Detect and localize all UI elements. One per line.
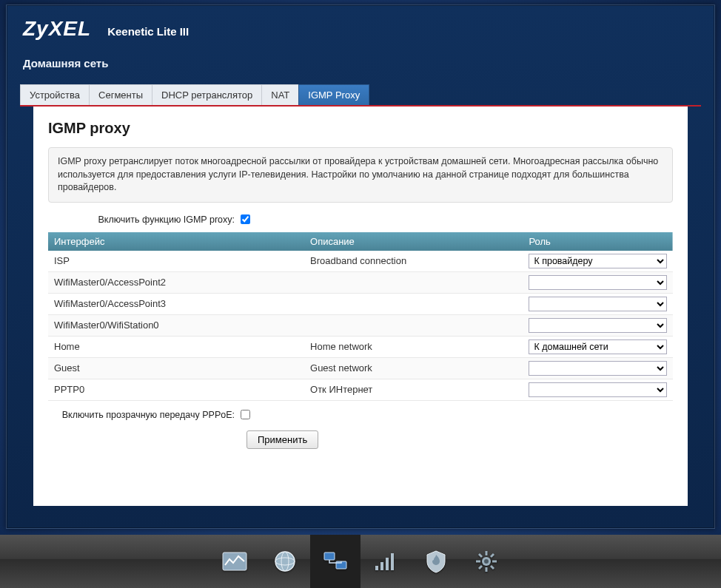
role-select[interactable]: К провайдеруК домашней сети [529, 254, 667, 268]
content-panel: IGMP proxy IGMP proxy ретранслирует пото… [33, 107, 688, 506]
cell-description [304, 293, 523, 314]
svg-rect-8 [386, 558, 389, 570]
cell-interface: Guest [48, 357, 304, 379]
header: ZyXEL Keenetic Lite III Домашняя сеть [7, 5, 714, 75]
info-box: IGMP proxy ретранслирует поток многоадре… [48, 147, 673, 203]
bottom-dock [0, 535, 721, 588]
cell-description: Отк ИНтернет [304, 379, 523, 400]
network-icon[interactable] [310, 535, 360, 588]
tab-nat[interactable]: NAT [261, 84, 299, 105]
cell-interface: WifiMaster0/WifiStation0 [48, 314, 304, 336]
cell-role: К провайдеруК домашней сети [523, 293, 673, 314]
enable-igmp-checkbox[interactable] [241, 214, 250, 224]
settings-icon[interactable] [461, 535, 512, 588]
svg-line-16 [491, 566, 494, 569]
svg-rect-9 [391, 553, 394, 570]
role-select[interactable]: К провайдеруК домашней сети [529, 297, 667, 311]
svg-rect-4 [324, 552, 335, 560]
page-title: IGMP proxy [48, 120, 673, 137]
col-description: Описание [304, 232, 523, 251]
cell-description: Broadband connection [304, 251, 523, 272]
table-row: PPTP0Отк ИНтернетК провайдеруК домашней … [48, 379, 673, 400]
svg-line-18 [479, 566, 482, 569]
main-frame: ZyXEL Keenetic Lite III Домашняя сеть Ус… [6, 4, 715, 529]
col-role: Роль [523, 232, 673, 251]
role-select[interactable]: К провайдеруК домашней сети [529, 318, 667, 333]
cell-interface: PPTP0 [48, 379, 304, 400]
cell-interface: ISP [48, 251, 304, 272]
table-row: WifiMaster0/AccessPoint2К провайдеруК до… [48, 271, 673, 293]
svg-rect-7 [380, 562, 383, 570]
cell-interface: Home [48, 336, 304, 357]
tab-устройства[interactable]: Устройства [20, 84, 90, 105]
apply-button[interactable]: Применить [247, 430, 318, 449]
cell-role: К провайдеруК домашней сети [523, 379, 673, 400]
cell-interface: WifiMaster0/AccessPoint3 [48, 293, 304, 314]
pppoe-row: Включить прозрачную передачу PPPoE: [48, 410, 673, 420]
cell-role: К провайдеруК домашней сети [523, 251, 673, 272]
cell-role: К провайдеруК домашней сети [523, 271, 673, 293]
svg-point-19 [484, 559, 489, 564]
status-icon[interactable] [209, 535, 260, 588]
col-interface: Интерфейс [48, 232, 304, 251]
device-model: Keenetic Lite III [107, 25, 189, 38]
globe-icon[interactable] [260, 535, 310, 588]
role-select[interactable]: К провайдеруК домашней сети [529, 361, 667, 376]
cell-role: К провайдеруК домашней сети [523, 314, 673, 336]
cell-description [304, 271, 523, 293]
cell-role: К провайдеруК домашней сети [523, 357, 673, 379]
svg-rect-6 [375, 566, 378, 570]
table-row: GuestGuest networkК провайдеруК домашней… [48, 357, 673, 379]
table-row: WifiMaster0/WifiStation0К провайдеруК до… [48, 314, 673, 336]
cell-role: К провайдеруК домашней сети [523, 336, 673, 357]
table-row: HomeHome networkК провайдеруК домашней с… [48, 336, 673, 357]
enable-igmp-label: Включить функцию IGMP proxy: [48, 214, 241, 225]
svg-line-17 [491, 554, 494, 557]
brand-logo: ZyXEL [23, 17, 91, 41]
tab-igmp-proxy[interactable]: IGMP Proxy [298, 84, 369, 105]
role-select[interactable]: К провайдеруК домашней сети [529, 275, 667, 290]
role-select[interactable]: К провайдеруК домашней сети [529, 382, 667, 397]
svg-point-1 [275, 552, 295, 571]
pppoe-checkbox[interactable] [241, 410, 250, 419]
svg-line-15 [479, 554, 482, 557]
role-select[interactable]: К провайдеруК домашней сети [529, 339, 667, 354]
firewall-icon[interactable] [411, 535, 461, 588]
tab-dhcp-ретранслятор[interactable]: DHCP ретранслятор [152, 84, 262, 105]
enable-igmp-row: Включить функцию IGMP proxy: [48, 214, 673, 225]
cell-description [304, 314, 523, 336]
breadcrumb: Домашняя сеть [23, 57, 698, 70]
pppoe-label: Включить прозрачную передачу PPPoE: [48, 410, 241, 420]
cell-description: Guest network [304, 357, 523, 379]
cell-interface: WifiMaster0/AccessPoint2 [48, 271, 304, 293]
table-row: WifiMaster0/AccessPoint3К провайдеруК до… [48, 293, 673, 314]
cell-description: Home network [304, 336, 523, 357]
table-row: ISPBroadband connectionК провайдеруК дом… [48, 251, 673, 272]
tab-bar: УстройстваСегментыDHCP ретрансляторNATIG… [20, 84, 701, 107]
wifi-icon[interactable] [360, 535, 411, 588]
interfaces-table: Интерфейс Описание Роль ISPBroadband con… [48, 232, 673, 401]
tab-сегменты[interactable]: Сегменты [89, 84, 152, 105]
